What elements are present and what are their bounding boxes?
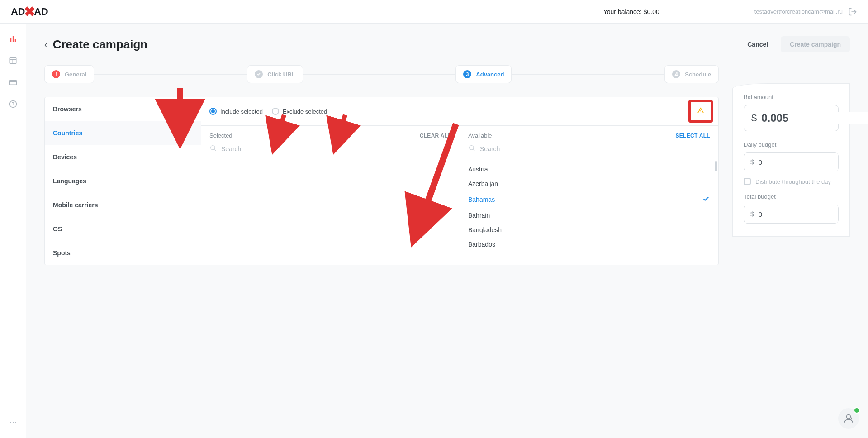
svg-rect-1 xyxy=(13,36,14,42)
distribute-checkbox[interactable]: Distribute throughout the day xyxy=(744,178,839,185)
step-label: Click URL xyxy=(267,71,295,78)
available-search-input[interactable] xyxy=(480,145,710,152)
nav-more-icon[interactable]: ⋯ xyxy=(9,417,18,438)
daily-budget-field[interactable] xyxy=(759,158,839,166)
list-item[interactable]: Bangladesh xyxy=(460,223,718,237)
step-label: Advanced xyxy=(476,71,504,78)
logo-x-icon: ✖ xyxy=(24,4,35,19)
dollar-icon: $ xyxy=(750,210,754,218)
available-label: Available xyxy=(468,132,492,139)
warning-icon[interactable] xyxy=(697,108,704,115)
daily-budget-label: Daily budget xyxy=(744,141,839,148)
create-campaign-button[interactable]: Create campaign xyxy=(781,36,850,52)
nav-billing-icon[interactable] xyxy=(9,78,18,87)
svg-point-8 xyxy=(847,414,851,419)
checkbox-icon xyxy=(744,178,751,185)
targeting-box: Browsers Countries Devices Languages Mob… xyxy=(44,97,719,265)
logo: AD ✖ AD xyxy=(11,4,48,19)
step-number-icon: 3 xyxy=(463,70,471,78)
radio-icon xyxy=(209,108,217,115)
top-header: AD ✖ AD Your balance: $0.00 testadvertfo… xyxy=(0,0,868,24)
list-item[interactable]: Bahrain xyxy=(460,208,718,223)
radio-label: Include selected xyxy=(220,108,263,115)
tab-browsers[interactable]: Browsers xyxy=(45,97,201,121)
step-general[interactable]: ! General xyxy=(44,65,94,83)
svg-rect-2 xyxy=(15,39,16,42)
bid-panel: Bid amount $ Daily budget $ − + xyxy=(732,83,850,237)
daily-budget-input[interactable]: $ − + xyxy=(744,152,839,171)
nav-help-icon[interactable] xyxy=(9,100,18,109)
headset-icon xyxy=(843,413,854,424)
bid-amount-input[interactable]: $ xyxy=(744,105,839,131)
exclude-radio[interactable]: Exclude selected xyxy=(272,108,327,115)
back-chevron-icon[interactable]: ‹ xyxy=(44,39,47,50)
list-item[interactable]: Azerbaijan xyxy=(460,176,718,191)
tab-mobile-carriers[interactable]: Mobile carriers xyxy=(45,193,201,217)
include-radio[interactable]: Include selected xyxy=(209,108,263,115)
selected-column: Selected CLEAR ALL xyxy=(201,126,460,265)
bid-amount-label: Bid amount xyxy=(744,94,839,100)
total-budget-input[interactable]: $ − + xyxy=(744,205,839,224)
step-advanced[interactable]: 3 Advanced xyxy=(455,65,512,83)
dollar-icon: $ xyxy=(750,158,754,166)
page-title: Create campaign xyxy=(53,38,148,52)
list-item[interactable]: Austria xyxy=(460,162,718,176)
tab-languages[interactable]: Languages xyxy=(45,169,201,193)
step-number-icon: 4 xyxy=(672,70,680,78)
select-all-button[interactable]: SELECT ALL xyxy=(675,133,710,139)
radio-icon xyxy=(272,108,279,115)
logo-left: AD xyxy=(11,6,25,18)
balance-text: Your balance: $0.00 xyxy=(603,8,659,15)
selected-label: Selected xyxy=(209,132,232,139)
sidebar-nav: ⋯ xyxy=(0,24,26,438)
svg-point-6 xyxy=(211,146,215,150)
steps-bar: ! General Click URL 3 Advanced xyxy=(44,65,719,83)
user-email[interactable]: testadvertforcreationcam@mail.ru xyxy=(754,8,843,15)
available-column: Available SELECT ALL xyxy=(460,126,718,265)
include-exclude-row: Include selected Exclude selected xyxy=(201,97,718,126)
distribute-label: Distribute throughout the day xyxy=(755,178,831,185)
search-icon xyxy=(468,144,475,153)
cancel-button[interactable]: Cancel xyxy=(740,36,775,52)
step-clickurl[interactable]: Click URL xyxy=(247,65,303,83)
step-schedule[interactable]: 4 Schedule xyxy=(664,65,719,83)
step-label: Schedule xyxy=(685,71,711,78)
total-budget-label: Total budget xyxy=(744,193,839,200)
tab-spots[interactable]: Spots xyxy=(45,241,201,265)
step-label: General xyxy=(65,71,86,78)
support-bubble[interactable] xyxy=(838,408,859,429)
nav-dashboard-icon[interactable] xyxy=(9,56,18,65)
dollar-icon: $ xyxy=(751,112,757,124)
search-icon xyxy=(209,144,217,153)
targeting-tabs: Browsers Countries Devices Languages Mob… xyxy=(45,97,201,265)
svg-rect-0 xyxy=(10,38,11,42)
svg-rect-4 xyxy=(10,81,17,85)
tab-countries[interactable]: Countries xyxy=(45,121,201,145)
bid-value-field[interactable] xyxy=(761,112,868,124)
logo-right: AD xyxy=(34,6,48,18)
list-item[interactable]: Barbados xyxy=(460,237,718,252)
selected-search-input[interactable] xyxy=(221,145,451,152)
list-item[interactable]: Bahamas xyxy=(460,191,718,208)
svg-point-7 xyxy=(470,146,474,150)
nav-stats-icon[interactable] xyxy=(9,34,18,43)
radio-label: Exclude selected xyxy=(283,108,327,115)
check-icon xyxy=(702,195,710,205)
scrollbar-thumb[interactable] xyxy=(715,161,717,171)
logout-icon[interactable] xyxy=(848,7,857,16)
warning-highlight xyxy=(688,100,713,123)
page-header: ‹ Create campaign Cancel Create campaign xyxy=(44,36,850,52)
check-icon xyxy=(255,70,263,78)
tab-os[interactable]: OS xyxy=(45,217,201,241)
svg-rect-3 xyxy=(10,57,16,64)
total-budget-field[interactable] xyxy=(759,210,839,218)
tab-devices[interactable]: Devices xyxy=(45,145,201,169)
exclamation-icon: ! xyxy=(52,70,60,78)
clear-all-button[interactable]: CLEAR ALL xyxy=(420,133,451,139)
